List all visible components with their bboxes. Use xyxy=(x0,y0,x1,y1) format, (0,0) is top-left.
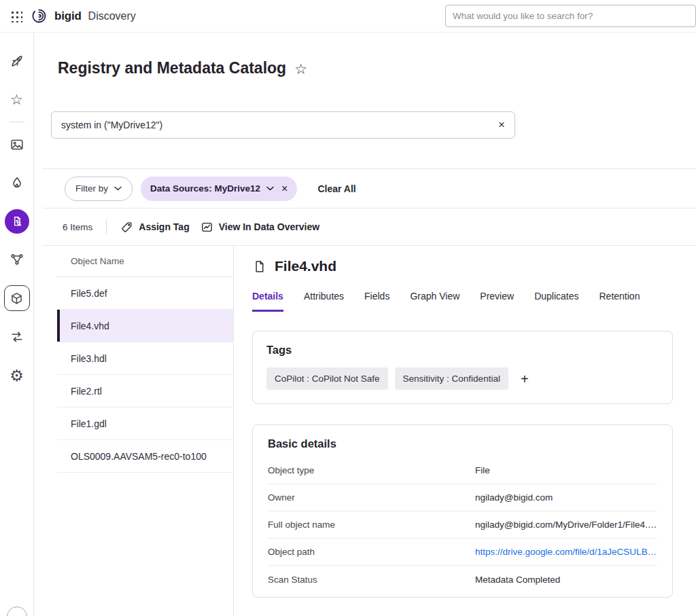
chevron-down-icon xyxy=(114,186,122,191)
main-content: Registry and Metadata Catalog ☆ × Filter… xyxy=(34,33,696,616)
object-list-header: Object Name xyxy=(57,246,233,277)
items-count: 6 Items xyxy=(63,222,92,232)
object-list-pane: Object Name File5.def File4.vhd File3.hd… xyxy=(57,246,234,616)
chevron-down-icon[interactable] xyxy=(266,186,274,191)
brand-name: bigid xyxy=(54,10,82,23)
file-title: File4.vhd xyxy=(275,258,336,274)
detail-label: Owner xyxy=(268,492,475,503)
query-clear-icon[interactable]: × xyxy=(498,118,505,132)
assign-tag-button[interactable]: Assign Tag xyxy=(120,221,189,234)
active-filter-label: Data Sources: MyDrive12 xyxy=(150,183,260,194)
tags-heading: Tags xyxy=(266,344,659,357)
query-box: × xyxy=(51,111,515,139)
assign-tag-label: Assign Tag xyxy=(139,221,189,232)
global-search-input[interactable] xyxy=(445,5,696,27)
detail-label: Scan Status xyxy=(268,575,475,585)
file-header: File4.vhd xyxy=(252,257,673,276)
detail-row: Object path https://drive.google.com/fil… xyxy=(268,539,657,566)
tab-details[interactable]: Details xyxy=(252,291,283,312)
page-title: Registry and Metadata Catalog xyxy=(58,59,286,77)
active-filter-chip[interactable]: Data Sources: MyDrive12 × xyxy=(141,177,297,201)
tag-chip[interactable]: CoPilot : CoPilot Not Safe xyxy=(266,367,388,390)
tag-chip[interactable]: Sensitivity : Confidential xyxy=(395,367,508,390)
detail-value: Metadata Completed xyxy=(475,575,560,585)
tab-graph-view[interactable]: Graph View xyxy=(410,291,459,312)
bigid-logo-icon xyxy=(29,6,49,26)
tab-duplicates[interactable]: Duplicates xyxy=(534,291,578,312)
details-pane: File4.vhd Details Attributes Fields Grap… xyxy=(234,246,696,616)
cube-icon[interactable] xyxy=(4,285,30,311)
detail-row: Full object name ngilady@bigid.com/MyDri… xyxy=(268,511,657,539)
product-name: Discovery xyxy=(88,10,136,22)
list-item[interactable]: OLS0009.AAVSAM5-rec0-to100 xyxy=(57,440,233,473)
detail-value: ngilady@bigid.com/MyDrive/Folder1/File4.… xyxy=(475,520,657,530)
catalog-search-icon[interactable] xyxy=(5,209,29,234)
star-icon[interactable]: ☆ xyxy=(4,87,30,113)
tag-icon xyxy=(120,221,133,234)
tag-chips: CoPilot : CoPilot Not Safe Sensitivity :… xyxy=(266,367,659,390)
topbar: bigid Discovery xyxy=(0,0,696,33)
favorite-star-icon[interactable]: ☆ xyxy=(294,61,307,77)
image-icon[interactable] xyxy=(4,132,30,158)
list-toolbar: 6 Items Assign Tag View In Data Overview xyxy=(42,209,696,246)
list-item[interactable]: File5.def xyxy=(57,277,233,310)
filter-by-label: Filter by xyxy=(75,183,108,194)
detail-value: File xyxy=(475,465,490,475)
detail-value: ngilady@bigid.com xyxy=(475,492,553,503)
remove-filter-icon[interactable]: × xyxy=(281,183,288,195)
tags-card: Tags CoPilot : CoPilot Not Safe Sensitiv… xyxy=(252,331,673,404)
tab-preview[interactable]: Preview xyxy=(480,291,514,312)
list-item-selected[interactable]: File4.vhd xyxy=(57,310,233,342)
tab-attributes[interactable]: Attributes xyxy=(304,291,344,312)
detail-row: Object type File xyxy=(268,457,657,484)
detail-row: Owner ngilady@bigid.com xyxy=(268,484,657,511)
swap-arrows-icon[interactable] xyxy=(4,324,30,350)
list-item[interactable]: File2.rtl xyxy=(57,375,233,407)
chart-icon xyxy=(201,221,213,234)
list-item[interactable]: File3.hdl xyxy=(57,342,233,375)
gear-icon[interactable]: ⚙ xyxy=(4,363,30,388)
rocket-icon[interactable] xyxy=(4,48,30,74)
detail-row: Scan Status Metadata Completed xyxy=(268,566,657,593)
sidebar: ☆ xyxy=(0,33,34,616)
view-in-data-overview-button[interactable]: View In Data Overview xyxy=(201,221,319,234)
basic-details-heading: Basic details xyxy=(268,437,657,450)
topbar-left: bigid Discovery xyxy=(10,6,136,26)
hierarchy-icon[interactable] xyxy=(4,247,30,272)
filter-row: Filter by Data Sources: MyDrive12 × Clea… xyxy=(42,168,696,209)
tab-retention[interactable]: Retention xyxy=(599,291,640,312)
apps-grid-icon[interactable] xyxy=(10,10,22,22)
flame-icon[interactable] xyxy=(4,170,30,196)
basic-details-card: Basic details Object type File Owner ngi… xyxy=(252,424,673,598)
sidebar-divider xyxy=(10,122,24,122)
details-tabs: Details Attributes Fields Graph View Pre… xyxy=(252,291,673,312)
page-header: Registry and Metadata Catalog ☆ xyxy=(58,58,696,77)
view-in-data-overview-label: View In Data Overview xyxy=(219,221,319,232)
content-split: Object Name File5.def File4.vhd File3.hd… xyxy=(42,246,696,616)
bottom-circle-icon[interactable] xyxy=(7,606,27,616)
filter-by-button[interactable]: Filter by xyxy=(65,177,133,201)
add-tag-button[interactable]: + xyxy=(521,372,529,386)
tab-fields[interactable]: Fields xyxy=(364,291,389,312)
clear-all-button[interactable]: Clear All xyxy=(317,183,355,194)
file-icon xyxy=(252,259,266,274)
toolbar-divider xyxy=(106,219,107,234)
detail-label: Object type xyxy=(268,465,475,475)
list-item[interactable]: File1.gdl xyxy=(57,407,233,440)
object-path-link[interactable]: https://drive.google.com/file/d/1aJeCSUL… xyxy=(475,547,657,557)
app-shell: ☆ xyxy=(0,33,696,616)
query-input[interactable] xyxy=(61,120,498,130)
detail-label: Full object name xyxy=(268,520,475,530)
detail-label: Object path xyxy=(268,547,475,557)
